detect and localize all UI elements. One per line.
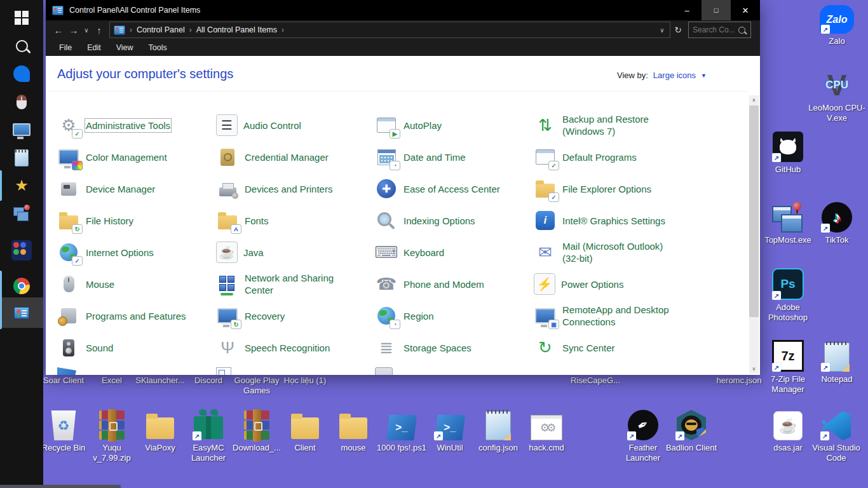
cp-item-intel-graphics-settings[interactable]: iIntel® Graphics Settings	[534, 205, 686, 236]
cp-item-internet-options[interactable]: ✓Internet Options	[57, 237, 210, 268]
chevron-down-icon[interactable]: ▼	[701, 72, 707, 79]
cp-item-audio-control[interactable]: ☰Audio Control	[216, 110, 369, 140]
control-panel-app[interactable]	[0, 297, 43, 328]
partially-visible-item-2[interactable]	[216, 367, 231, 375]
cp-item-phone-and-modem[interactable]: ☎Phone and Modem	[375, 269, 527, 299]
favorites-app[interactable]: ★	[0, 172, 43, 200]
cp-item-region[interactable]: ◔Region	[375, 301, 527, 331]
cp-item-file-explorer-options[interactable]: ✓File Explorer Options	[534, 173, 686, 204]
desktop-icon-label-risecapeg[interactable]: RiseCapeG...	[560, 376, 630, 386]
refresh-button[interactable]: ↻	[670, 25, 686, 35]
notepad-app[interactable]	[0, 144, 43, 172]
search-button[interactable]	[0, 32, 43, 60]
forward-button[interactable]: →	[66, 25, 81, 36]
maximize-button[interactable]: □	[702, 0, 731, 20]
chrome-icon	[13, 278, 30, 294]
header-divider	[46, 91, 749, 92]
minimize-button[interactable]: –	[672, 0, 702, 20]
breadcrumb-separator: ›	[189, 25, 192, 34]
file-explorer-options-icon: ✓	[534, 177, 557, 200]
cp-item-network-and-sharing-center[interactable]: Network and Sharing Center	[216, 269, 369, 299]
leomoon-cpuv[interactable]: VCPULeoMoon CPU-V.exe	[808, 70, 865, 123]
github-shortcut[interactable]: ↗GitHub	[759, 132, 817, 175]
cp-item-color-management[interactable]: Color Management	[57, 142, 210, 172]
menu-edit[interactable]: Edit	[80, 41, 108, 54]
mouse-settings-app[interactable]	[0, 88, 43, 116]
cp-item-default-programs[interactable]: ✓Default Programs	[534, 142, 686, 172]
cp-item-fonts[interactable]: AFonts	[216, 205, 369, 236]
cp-item-recovery[interactable]: ↻Recovery	[216, 301, 369, 331]
scroll-up-icon[interactable]: ∧	[749, 95, 759, 105]
notepad-shortcut[interactable]: ↗Notepad	[808, 341, 865, 384]
chrome-app[interactable]	[0, 272, 43, 300]
menu-file[interactable]: File	[52, 41, 79, 54]
cp-item-indexing-options[interactable]: Indexing Options	[375, 205, 527, 236]
cp-item-file-history[interactable]: ↻File History	[57, 205, 210, 236]
desktop-icon-label-h-c-li-u-1[interactable]: Học liệu (1)	[270, 376, 340, 386]
icon-badge: ✓	[72, 256, 83, 266]
mouse-icon	[17, 95, 27, 109]
cp-item-devices-and-printers[interactable]: Devices and Printers	[216, 173, 369, 204]
icon-badge: ✓	[548, 161, 559, 170]
cp-item-autoplay[interactable]: ▶AutoPlay	[375, 110, 527, 140]
shortcut-arrow-icon: ↗	[820, 431, 829, 440]
cp-item-ease-of-access-center[interactable]: ✚Ease of Access Center	[375, 173, 527, 204]
cp-item-remoteapp-and-desktop-connections[interactable]: ▣RemoteApp and Desktop Connections	[534, 301, 686, 331]
cp-item-programs-and-features[interactable]: Programs and Features	[57, 301, 210, 331]
cp-item-java[interactable]: ☕Java	[216, 237, 369, 268]
recent-pages-chevron-icon[interactable]: ∨	[81, 27, 92, 34]
scrollbar-thumb[interactable]	[749, 105, 759, 317]
titlebar[interactable]: Control Panel\All Control Panel Items – …	[46, 0, 760, 20]
vscode-shortcut[interactable]: ↗Visual Studio Code	[808, 410, 865, 463]
cp-item-label: Ease of Access Center	[403, 183, 500, 195]
cp-item-keyboard[interactable]: ⌨Keyboard	[375, 237, 527, 268]
tiktok-shortcut[interactable]: ♪↗TikTok	[808, 202, 865, 245]
scroll-down-icon[interactable]: ∨	[749, 364, 759, 374]
topmost-app[interactable]	[0, 200, 43, 227]
cp-item-device-manager[interactable]: Device Manager	[57, 173, 210, 204]
hack-cmd[interactable]: ⚙⚙hack.cmd	[518, 410, 575, 453]
partially-visible-item-1[interactable]	[57, 367, 76, 375]
cp-item-power-options[interactable]: ⚡Power Options	[534, 269, 686, 299]
back-button[interactable]: ←	[51, 25, 66, 36]
shortcut-arrow-icon: ↗	[627, 431, 636, 440]
cp-item-label: Mail (Microsoft Outlook) (32-bit)	[562, 240, 680, 264]
breadcrumb[interactable]: ›Control Panel›All Control Panel Items› …	[109, 22, 670, 38]
start-button[interactable]	[0, 4, 43, 32]
view-by-dropdown[interactable]: Large icons	[653, 71, 696, 80]
show-desktop-strip[interactable]	[0, 485, 121, 488]
cp-item-label: Device Manager	[86, 183, 155, 195]
adobe-photoshop-shortcut[interactable]: Ps↗Adobe Photoshop	[759, 269, 817, 322]
cp-item-label: RemoteApp and Desktop Connections	[562, 304, 680, 328]
computer-app[interactable]	[0, 116, 43, 144]
cp-item-storage-spaces[interactable]: ≣Storage Spaces	[375, 332, 527, 363]
close-button[interactable]: ✕	[731, 0, 760, 20]
paint-app[interactable]	[0, 60, 43, 88]
cp-item-mail-microsoft-outlook-32-bit[interactable]: ✉Mail (Microsoft Outlook) (32-bit)	[534, 237, 686, 268]
cp-item-date-and-time[interactable]: ◔Date and Time	[375, 142, 527, 172]
cp-item-administrative-tools[interactable]: ⚙✓Administrative Tools	[57, 110, 210, 140]
breadcrumb-control-panel[interactable]: Control Panel	[137, 25, 185, 34]
cp-item-backup-and-restore-windows-7[interactable]: ⇅Backup and Restore (Windows 7)	[534, 110, 686, 140]
game-buttons-app[interactable]	[0, 236, 43, 264]
cp-item-sync-center[interactable]: ↻Sync Center	[534, 332, 686, 363]
address-dropdown-chevron-icon[interactable]: ∨	[657, 27, 667, 34]
circle-blue-shape: ✚	[377, 179, 396, 198]
cp-item-sound[interactable]: Sound	[57, 332, 210, 363]
partially-visible-item-3[interactable]	[375, 367, 393, 375]
cp-item-mouse[interactable]: Mouse	[57, 269, 210, 299]
breadcrumb-all-control-panel-items[interactable]: All Control Panel Items	[196, 25, 277, 34]
ease-of-access-icon: ✚	[375, 177, 398, 200]
search-input[interactable]	[689, 25, 738, 34]
up-button[interactable]: ↑	[92, 25, 107, 36]
menu-tools[interactable]: Tools	[142, 41, 174, 54]
cp-item-credential-manager[interactable]: Credential Manager	[216, 142, 369, 172]
cp-item-speech-recognition[interactable]: ΨSpeech Recognition	[216, 332, 369, 363]
autoplay-icon: ▶	[375, 114, 398, 137]
menu-view[interactable]: View	[109, 41, 140, 54]
search-icon[interactable]	[738, 27, 745, 34]
vault-shape	[220, 149, 234, 166]
control-panel-icon	[14, 307, 29, 319]
badlion-client-shortcut[interactable]: ↗Badlion Client	[663, 410, 720, 453]
zalo-shortcut[interactable]: Zalo↗Zalo	[808, 3, 865, 46]
